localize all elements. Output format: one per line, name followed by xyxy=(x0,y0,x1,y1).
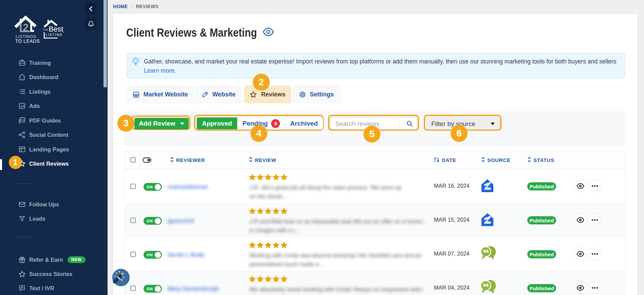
svg-text:THE: THE xyxy=(42,29,49,31)
svg-text:Ad: Ad xyxy=(20,105,24,108)
svg-text:LISTING: LISTING xyxy=(46,33,63,37)
svg-text:PDF: PDF xyxy=(20,119,24,121)
svg-text:2: 2 xyxy=(23,22,29,34)
svg-text:TO LEADS: TO LEADS xyxy=(15,38,40,44)
svg-text:Best: Best xyxy=(49,25,63,33)
